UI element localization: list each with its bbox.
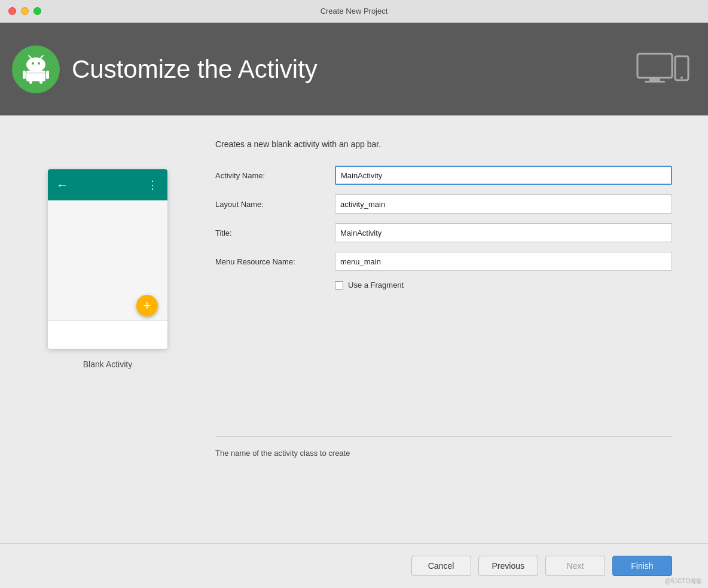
svg-rect-6 xyxy=(23,71,26,79)
form-divider xyxy=(215,436,672,437)
layout-name-input[interactable] xyxy=(335,194,672,214)
android-logo xyxy=(12,45,60,93)
svg-rect-12 xyxy=(649,78,660,81)
page-header: Customize the Activity xyxy=(0,23,708,115)
svg-rect-5 xyxy=(26,71,45,81)
form-hint: The name of the activity class to create xyxy=(215,449,672,458)
previous-button[interactable]: Previous xyxy=(478,556,538,576)
cancel-button[interactable]: Cancel xyxy=(411,556,471,576)
device-icons xyxy=(636,51,690,87)
svg-rect-7 xyxy=(46,71,49,79)
svg-point-15 xyxy=(680,77,683,79)
layout-name-label: Layout Name: xyxy=(215,200,335,209)
page-title: Customize the Activity xyxy=(72,55,318,84)
title-label: Title: xyxy=(215,229,335,237)
form-description: Creates a new blank activity with an app… xyxy=(215,139,672,149)
phone-fab: + xyxy=(136,295,158,316)
svg-rect-11 xyxy=(637,54,672,78)
title-input[interactable] xyxy=(335,223,672,242)
svg-point-2 xyxy=(38,62,40,65)
window-controls xyxy=(8,7,41,15)
preview-label: Blank Activity xyxy=(83,359,132,369)
device-preview-icon xyxy=(636,51,690,87)
watermark: @51CTO博客 xyxy=(665,577,702,586)
phone-preview: ← ⋮ + xyxy=(48,169,167,349)
form-section: Creates a new blank activity with an app… xyxy=(215,133,672,576)
svg-line-4 xyxy=(40,56,43,59)
finish-button[interactable]: Finish xyxy=(612,556,672,576)
svg-rect-8 xyxy=(29,80,32,84)
header-left: Customize the Activity xyxy=(12,45,318,93)
use-fragment-row: Use a Fragment xyxy=(335,281,672,290)
titlebar: Create New Project xyxy=(0,0,708,23)
footer: Cancel Previous Next Finish xyxy=(0,543,708,588)
menu-resource-row: Menu Resource Name: xyxy=(215,252,672,271)
next-button: Next xyxy=(545,556,605,576)
activity-name-label: Activity Name: xyxy=(215,171,335,180)
svg-rect-13 xyxy=(645,81,665,83)
phone-toolbar: ← ⋮ xyxy=(48,169,167,200)
phone-back-icon: ← xyxy=(56,178,68,192)
menu-resource-label: Menu Resource Name: xyxy=(215,257,335,266)
activity-name-row: Activity Name: xyxy=(215,166,672,185)
use-fragment-label: Use a Fragment xyxy=(348,281,404,290)
preview-section: ← ⋮ + Blank Activity xyxy=(36,133,179,576)
minimize-button[interactable] xyxy=(21,7,29,15)
svg-rect-9 xyxy=(39,80,42,84)
use-fragment-checkbox[interactable] xyxy=(335,281,343,290)
phone-bottom-bar xyxy=(48,320,167,349)
layout-name-row: Layout Name: xyxy=(215,194,672,214)
menu-resource-input[interactable] xyxy=(335,252,672,271)
activity-name-input[interactable] xyxy=(335,166,672,185)
svg-point-1 xyxy=(32,62,34,65)
main-content: ← ⋮ + Blank Activity Creates a new blank… xyxy=(0,115,708,588)
title-row: Title: xyxy=(215,223,672,242)
maximize-button[interactable] xyxy=(33,7,41,15)
svg-line-3 xyxy=(29,56,32,59)
close-button[interactable] xyxy=(8,7,16,15)
phone-menu-icon: ⋮ xyxy=(147,178,159,191)
window-title: Create New Project xyxy=(321,7,388,16)
svg-point-0 xyxy=(26,57,45,72)
